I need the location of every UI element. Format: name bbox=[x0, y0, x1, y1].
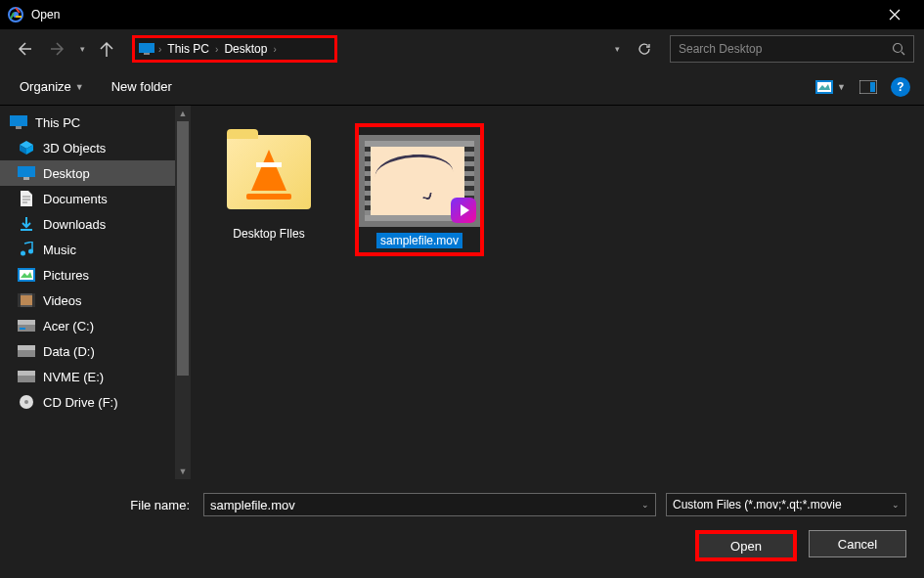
main-area: This PC 3D Objects Desktop Documents Dow… bbox=[0, 106, 924, 479]
sidebar-item-label: Pictures bbox=[43, 268, 89, 283]
scroll-down-button[interactable]: ▼ bbox=[175, 464, 191, 479]
sidebar-item-label: Documents bbox=[43, 192, 108, 206]
svg-rect-9 bbox=[10, 115, 27, 126]
arrow-up-icon bbox=[99, 41, 114, 57]
search-input[interactable] bbox=[679, 42, 892, 56]
sidebar-scrollbar[interactable]: ▲ ▼ bbox=[175, 106, 191, 479]
arrow-right-icon bbox=[51, 41, 66, 57]
scroll-up-button[interactable]: ▲ bbox=[175, 106, 191, 121]
filename-dropdown[interactable]: ⌄ bbox=[636, 494, 655, 515]
search-icon bbox=[892, 42, 905, 56]
sidebar-item-data-d[interactable]: Data (D:) bbox=[0, 338, 175, 364]
nav-row: ▾ › This PC › Desktop › ▾ bbox=[0, 29, 924, 68]
help-button[interactable]: ? bbox=[891, 77, 910, 97]
file-list[interactable]: Desktop FIles samplefile.mov bbox=[191, 106, 924, 479]
bottom-panel: File name: ⌄ Custom Files (*.mov;*.qt;*.… bbox=[0, 479, 924, 578]
refresh-button[interactable] bbox=[635, 35, 654, 63]
sidebar-item-label: Data (D:) bbox=[43, 344, 95, 359]
sidebar-item-3d-objects[interactable]: 3D Objects bbox=[0, 135, 175, 160]
filename-label: File name: bbox=[115, 498, 194, 512]
search-box[interactable] bbox=[670, 35, 914, 63]
svg-rect-23 bbox=[20, 328, 25, 330]
breadcrumb-this-pc[interactable]: This PC bbox=[165, 42, 211, 56]
picture-icon bbox=[815, 80, 833, 94]
file-item-folder[interactable]: Desktop FIles bbox=[210, 123, 328, 241]
view-mode-button[interactable]: ▼ bbox=[815, 80, 846, 94]
close-button[interactable] bbox=[872, 0, 916, 29]
chevron-down-icon: ▼ bbox=[75, 82, 84, 92]
svg-rect-22 bbox=[18, 320, 35, 325]
drive-icon bbox=[18, 369, 35, 384]
svg-rect-8 bbox=[870, 82, 875, 92]
svg-rect-20 bbox=[32, 293, 35, 307]
filetype-selected: Custom Files (*.mov;*.qt;*.movie bbox=[673, 498, 892, 511]
picture-icon bbox=[18, 267, 35, 283]
sidebar-item-downloads[interactable]: Downloads bbox=[0, 211, 175, 237]
scroll-thumb[interactable] bbox=[177, 121, 189, 376]
address-bar[interactable]: › This PC › Desktop › bbox=[132, 35, 337, 63]
chevron-down-icon: ▼ bbox=[837, 82, 846, 92]
up-button[interactable] bbox=[93, 35, 120, 63]
monitor-icon bbox=[10, 114, 27, 130]
sidebar-item-label: This PC bbox=[35, 115, 80, 130]
recent-dropdown[interactable]: ▾ bbox=[80, 44, 85, 54]
sidebar-item-label: Videos bbox=[43, 293, 82, 308]
open-button[interactable]: Open bbox=[695, 530, 797, 561]
music-icon bbox=[18, 242, 35, 257]
sidebar-item-label: NVME (E:) bbox=[43, 370, 104, 384]
filename-combobox[interactable]: ⌄ bbox=[203, 493, 656, 516]
sidebar-item-cd-drive-f[interactable]: CD Drive (F:) bbox=[0, 389, 175, 415]
sidebar-item-label: Downloads bbox=[43, 217, 106, 232]
chevron-right-icon: › bbox=[273, 44, 276, 55]
file-name: samplefile.mov bbox=[376, 233, 462, 248]
toolbar: Organize ▼ New folder ▼ ? bbox=[0, 68, 924, 106]
sidebar-item-pictures[interactable]: Pictures bbox=[0, 262, 175, 288]
sidebar-item-music[interactable]: Music bbox=[0, 237, 175, 262]
download-icon bbox=[18, 216, 35, 232]
organize-label: Organize bbox=[20, 79, 71, 94]
titlebar: Open bbox=[0, 0, 924, 29]
chevron-down-icon: ⌄ bbox=[892, 500, 900, 510]
svg-point-29 bbox=[24, 400, 28, 404]
filename-input[interactable] bbox=[204, 498, 636, 512]
svg-rect-10 bbox=[16, 126, 22, 129]
back-button[interactable] bbox=[10, 35, 37, 63]
forward-button[interactable] bbox=[45, 35, 72, 63]
document-icon bbox=[18, 191, 35, 206]
chevron-down-icon: ⌄ bbox=[641, 500, 649, 510]
open-label: Open bbox=[730, 539, 762, 554]
new-folder-button[interactable]: New folder bbox=[106, 75, 178, 98]
preview-pane-button[interactable] bbox=[859, 80, 877, 94]
sidebar-item-videos[interactable]: Videos bbox=[0, 288, 175, 313]
drive-icon bbox=[18, 318, 35, 333]
file-item-video-selected[interactable]: samplefile.mov bbox=[355, 123, 484, 256]
sidebar-item-acer-c[interactable]: Acer (C:) bbox=[0, 313, 175, 338]
svg-rect-11 bbox=[18, 166, 35, 177]
svg-point-14 bbox=[28, 249, 33, 254]
play-badge-icon bbox=[451, 198, 476, 223]
sidebar-item-desktop[interactable]: Desktop bbox=[0, 160, 175, 186]
sidebar-item-label: Acer (C:) bbox=[43, 319, 94, 333]
desktop-icon bbox=[18, 165, 35, 181]
video-thumbnail bbox=[365, 141, 474, 221]
cancel-button[interactable]: Cancel bbox=[809, 530, 906, 557]
address-dropdown[interactable]: ▾ bbox=[607, 35, 627, 63]
breadcrumb-desktop[interactable]: Desktop bbox=[222, 42, 269, 56]
monitor-icon bbox=[139, 43, 154, 55]
chevron-right-icon: › bbox=[158, 44, 161, 55]
disc-icon bbox=[18, 394, 35, 410]
sidebar-item-nvme-e[interactable]: NVME (E:) bbox=[0, 364, 175, 389]
svg-point-13 bbox=[21, 251, 25, 256]
svg-rect-19 bbox=[18, 293, 21, 307]
sidebar-item-documents[interactable]: Documents bbox=[0, 186, 175, 211]
folder-icon bbox=[220, 123, 318, 221]
sidebar-item-this-pc[interactable]: This PC bbox=[0, 110, 175, 135]
window-title: Open bbox=[31, 8, 872, 22]
filetype-combobox[interactable]: Custom Files (*.mov;*.qt;*.movie ⌄ bbox=[666, 493, 906, 516]
sidebar-item-label: Music bbox=[43, 243, 76, 257]
drive-icon bbox=[18, 343, 35, 359]
sidebar-item-label: 3D Objects bbox=[43, 141, 106, 156]
svg-rect-3 bbox=[144, 53, 150, 55]
organize-menu[interactable]: Organize ▼ bbox=[14, 75, 90, 98]
svg-rect-12 bbox=[23, 177, 29, 180]
